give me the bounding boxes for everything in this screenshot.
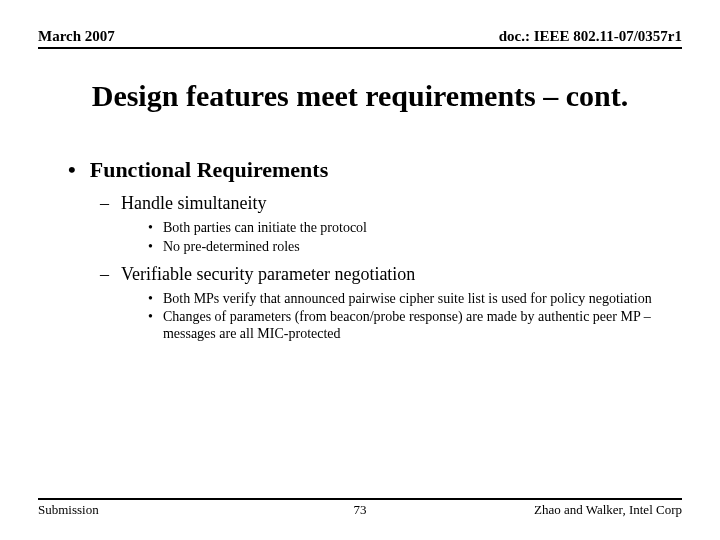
dash-icon: – <box>100 193 109 214</box>
bullet-icon: • <box>148 291 153 307</box>
footer-authors: Zhao and Walker, Intel Corp <box>534 502 682 518</box>
footer-page-number: 73 <box>354 502 367 518</box>
bullet-icon: • <box>148 309 153 325</box>
list-item-label: Handle simultaneity <box>121 193 266 214</box>
list-subitem-text: Both parties can initiate the protocol <box>163 220 367 237</box>
header-date: March 2007 <box>38 28 115 45</box>
footer-left: Submission <box>38 502 99 518</box>
section-heading: • Functional Requirements <box>68 157 682 183</box>
list-item: – Handle simultaneity <box>68 193 682 214</box>
bullet-icon: • <box>148 239 153 255</box>
list-subitem: • No pre-determined roles <box>68 239 682 256</box>
header-doc-id: doc.: IEEE 802.11-07/0357r1 <box>499 28 682 45</box>
slide-title: Design features meet requirements – cont… <box>38 79 682 113</box>
header-bar: March 2007 doc.: IEEE 802.11-07/0357r1 <box>38 28 682 49</box>
list-subitem-text: No pre-determined roles <box>163 239 300 256</box>
list-subitem-text: Both MPs verify that announced pairwise … <box>163 291 652 308</box>
footer-bar: Submission 73 Zhao and Walker, Intel Cor… <box>38 498 682 518</box>
list-subitem: • Both parties can initiate the protocol <box>68 220 682 237</box>
list-subitem: • Changes of parameters (from beacon/pro… <box>68 309 682 343</box>
list-item-label: Verifiable security parameter negotiatio… <box>121 264 415 285</box>
section-heading-text: Functional Requirements <box>90 157 329 183</box>
list-subitem-text: Changes of parameters (from beacon/probe… <box>163 309 682 343</box>
list-item: – Verifiable security parameter negotiat… <box>68 264 682 285</box>
dash-icon: – <box>100 264 109 285</box>
bullet-icon: • <box>68 157 76 183</box>
slide-body: • Functional Requirements – Handle simul… <box>38 157 682 343</box>
bullet-icon: • <box>148 220 153 236</box>
list-subitem: • Both MPs verify that announced pairwis… <box>68 291 682 308</box>
